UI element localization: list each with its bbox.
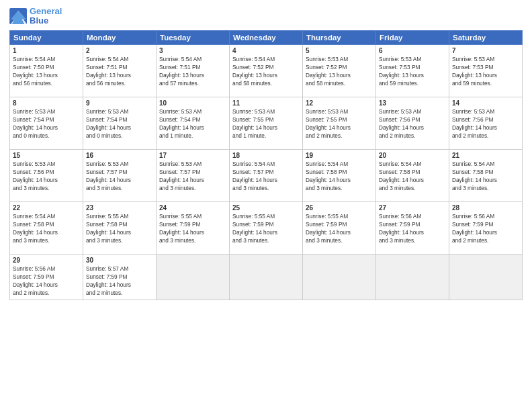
day-info: Sunrise: 5:56 AMSunset: 7:59 PMDaylight:… — [13, 265, 80, 297]
day-cell — [376, 254, 449, 300]
daylight-minutes-text: and 3 minutes. — [306, 185, 342, 191]
daylight-text: Daylight: 14 hours — [232, 124, 277, 131]
day-cell: 28Sunrise: 5:56 AMSunset: 7:59 PMDayligh… — [449, 201, 523, 254]
day-info: Sunrise: 5:55 AMSunset: 7:58 PMDaylight:… — [86, 212, 153, 244]
page: General Blue SundayMondayTuesdayWednesda… — [0, 0, 532, 411]
sunrise-text: Sunrise: 5:54 AM — [306, 161, 348, 167]
sunrise-text: Sunrise: 5:56 AM — [452, 213, 494, 220]
day-cell: 1Sunrise: 5:54 AMSunset: 7:50 PMDaylight… — [10, 44, 83, 97]
day-number: 15 — [13, 152, 80, 159]
day-info: Sunrise: 5:54 AMSunset: 7:58 PMDaylight:… — [452, 160, 519, 192]
day-info: Sunrise: 5:55 AMSunset: 7:59 PMDaylight:… — [232, 212, 300, 244]
sunset-text: Sunset: 7:51 PM — [86, 64, 127, 71]
weekday-header-wednesday: Wednesday — [230, 30, 303, 44]
daylight-text: Daylight: 13 hours — [306, 72, 351, 79]
day-cell: 13Sunrise: 5:53 AMSunset: 7:56 PMDayligh… — [376, 97, 449, 149]
day-info: Sunrise: 5:53 AMSunset: 7:53 PMDaylight:… — [452, 55, 519, 87]
day-cell: 15Sunrise: 5:53 AMSunset: 7:56 PMDayligh… — [10, 149, 83, 201]
day-info: Sunrise: 5:53 AMSunset: 7:57 PMDaylight:… — [86, 160, 153, 192]
daylight-text: Daylight: 14 hours — [13, 229, 58, 236]
sunset-text: Sunset: 7:59 PM — [232, 221, 273, 228]
daylight-minutes-text: and 58 minutes. — [232, 80, 272, 87]
day-number: 13 — [379, 99, 446, 107]
day-number: 12 — [306, 99, 373, 107]
sunset-text: Sunset: 7:52 PM — [232, 64, 273, 71]
daylight-text: Daylight: 14 hours — [452, 177, 497, 183]
daylight-minutes-text: and 3 minutes. — [159, 185, 195, 191]
daylight-minutes-text: and 3 minutes. — [379, 237, 415, 244]
day-cell: 25Sunrise: 5:55 AMSunset: 7:59 PMDayligh… — [230, 201, 303, 254]
day-cell: 6Sunrise: 5:53 AMSunset: 7:53 PMDaylight… — [376, 44, 449, 97]
daylight-text: Daylight: 13 hours — [379, 72, 424, 79]
day-number: 25 — [232, 204, 300, 212]
sunset-text: Sunset: 7:59 PM — [159, 221, 200, 228]
day-cell: 12Sunrise: 5:53 AMSunset: 7:55 PMDayligh… — [303, 97, 376, 149]
day-info: Sunrise: 5:54 AMSunset: 7:58 PMDaylight:… — [306, 160, 373, 192]
sunset-text: Sunset: 7:58 PM — [13, 221, 54, 228]
day-number: 1 — [13, 47, 80, 54]
sunrise-text: Sunrise: 5:54 AM — [13, 56, 55, 62]
sunrise-text: Sunrise: 5:53 AM — [159, 161, 202, 167]
day-number: 23 — [86, 204, 153, 212]
daylight-minutes-text: and 3 minutes. — [13, 185, 49, 191]
logo-line2: Blue — [30, 16, 62, 26]
day-info: Sunrise: 5:53 AMSunset: 7:56 PMDaylight:… — [379, 107, 446, 140]
day-info: Sunrise: 5:56 AMSunset: 7:59 PMDaylight:… — [452, 212, 519, 244]
day-info: Sunrise: 5:54 AMSunset: 7:51 PMDaylight:… — [86, 55, 153, 87]
sunset-text: Sunset: 7:58 PM — [86, 221, 127, 228]
sunset-text: Sunset: 7:51 PM — [159, 64, 200, 71]
sunrise-text: Sunrise: 5:53 AM — [159, 108, 202, 115]
day-number: 20 — [379, 152, 446, 159]
sunrise-text: Sunrise: 5:53 AM — [306, 108, 348, 115]
day-number: 28 — [452, 204, 519, 212]
sunrise-text: Sunrise: 5:53 AM — [452, 108, 494, 115]
daylight-minutes-text: and 3 minutes. — [86, 185, 122, 191]
daylight-minutes-text: and 56 minutes. — [13, 80, 52, 87]
day-number: 16 — [86, 152, 153, 159]
day-cell: 24Sunrise: 5:55 AMSunset: 7:59 PMDayligh… — [157, 201, 230, 254]
day-number: 22 — [13, 204, 80, 212]
day-info: Sunrise: 5:53 AMSunset: 7:53 PMDaylight:… — [379, 55, 446, 87]
daylight-minutes-text: and 58 minutes. — [306, 80, 345, 87]
sunset-text: Sunset: 7:54 PM — [86, 116, 127, 123]
day-number: 6 — [379, 47, 446, 54]
daylight-text: Daylight: 14 hours — [13, 124, 58, 131]
day-cell: 20Sunrise: 5:54 AMSunset: 7:58 PMDayligh… — [376, 149, 449, 201]
day-cell: 8Sunrise: 5:53 AMSunset: 7:54 PMDaylight… — [10, 97, 83, 149]
daylight-text: Daylight: 14 hours — [159, 177, 204, 183]
day-number: 4 — [232, 47, 300, 54]
day-info: Sunrise: 5:53 AMSunset: 7:52 PMDaylight:… — [306, 55, 373, 87]
sunrise-text: Sunrise: 5:54 AM — [159, 56, 202, 62]
day-info: Sunrise: 5:54 AMSunset: 7:51 PMDaylight:… — [159, 55, 226, 87]
daylight-minutes-text: and 3 minutes. — [86, 237, 122, 244]
day-number: 5 — [306, 47, 373, 54]
week-row-4: 22Sunrise: 5:54 AMSunset: 7:58 PMDayligh… — [10, 201, 523, 254]
sunrise-text: Sunrise: 5:54 AM — [86, 56, 128, 62]
daylight-text: Daylight: 14 hours — [379, 124, 424, 131]
daylight-text: Daylight: 14 hours — [306, 229, 351, 236]
daylight-text: Daylight: 14 hours — [232, 177, 277, 183]
sunrise-text: Sunrise: 5:54 AM — [232, 56, 275, 62]
sunrise-text: Sunrise: 5:54 AM — [452, 161, 494, 167]
sunset-text: Sunset: 7:55 PM — [306, 116, 347, 123]
week-row-5: 29Sunrise: 5:56 AMSunset: 7:59 PMDayligh… — [10, 254, 523, 300]
sunrise-text: Sunrise: 5:53 AM — [379, 56, 421, 62]
daylight-text: Daylight: 13 hours — [159, 72, 204, 79]
day-cell: 26Sunrise: 5:55 AMSunset: 7:59 PMDayligh… — [303, 201, 376, 254]
sunrise-text: Sunrise: 5:53 AM — [232, 108, 275, 115]
day-cell: 21Sunrise: 5:54 AMSunset: 7:58 PMDayligh… — [449, 149, 523, 201]
day-cell: 22Sunrise: 5:54 AMSunset: 7:58 PMDayligh… — [10, 201, 83, 254]
sunrise-text: Sunrise: 5:55 AM — [159, 213, 202, 220]
week-row-3: 15Sunrise: 5:53 AMSunset: 7:56 PMDayligh… — [10, 149, 523, 201]
day-number: 8 — [13, 99, 80, 107]
day-info: Sunrise: 5:54 AMSunset: 7:52 PMDaylight:… — [232, 55, 300, 87]
daylight-text: Daylight: 13 hours — [452, 72, 497, 79]
day-number: 3 — [159, 47, 226, 54]
sunset-text: Sunset: 7:57 PM — [159, 169, 200, 175]
daylight-text: Daylight: 14 hours — [86, 229, 131, 236]
daylight-minutes-text: and 0 minutes. — [13, 132, 49, 139]
day-cell: 9Sunrise: 5:53 AMSunset: 7:54 PMDaylight… — [83, 97, 157, 149]
daylight-text: Daylight: 14 hours — [306, 177, 351, 183]
weekday-header-thursday: Thursday — [303, 30, 376, 44]
sunset-text: Sunset: 7:54 PM — [13, 116, 54, 123]
